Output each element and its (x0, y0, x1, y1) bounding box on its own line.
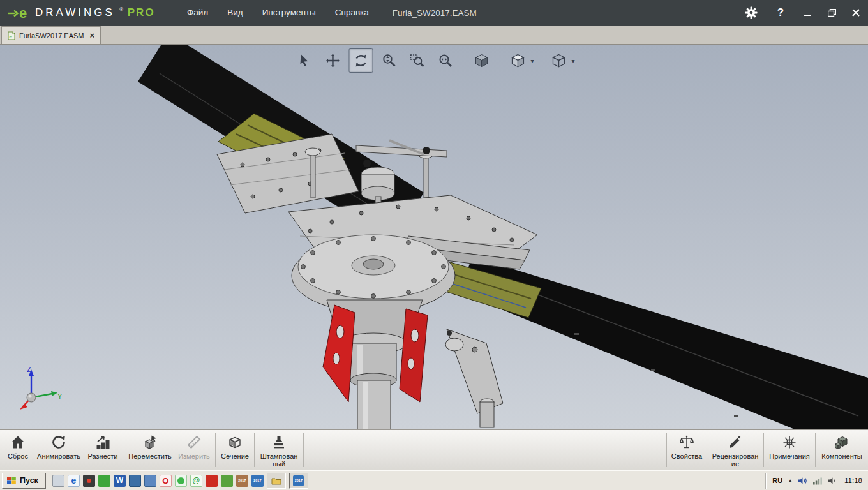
volume-icon[interactable] (798, 477, 807, 485)
help-button[interactable]: ? (766, 0, 795, 26)
clock[interactable]: 11:18 (842, 477, 862, 484)
section-button[interactable]: Сечение (217, 430, 253, 470)
tab-label: FuriaSW2017.EASM (19, 32, 84, 40)
scales-icon (679, 434, 694, 450)
edrawings-2017-blue-icon[interactable]: 2017 (251, 475, 264, 487)
language-indicator[interactable]: RU (772, 477, 782, 484)
open-window-edrawings-button[interactable]: 2017 (289, 473, 308, 489)
properties-button[interactable]: Свойства (668, 430, 705, 470)
tool-zoom-fit[interactable] (433, 48, 457, 73)
toolbar-separator (666, 433, 667, 467)
bottom-toolbar-left: Сброс Анимировать (1, 430, 305, 470)
blue-app-icon-2[interactable] (144, 475, 156, 487)
restore-button[interactable] (819, 0, 844, 26)
restore-icon (828, 9, 836, 17)
properties-label: Свойства (671, 452, 702, 460)
edrawings-window: e DRAWINGS® PRO Файл Вид Инструменты Спр… (0, 0, 868, 490)
view-orientation-dropdown-icon[interactable]: ▾ (530, 57, 534, 64)
folder-icon (271, 477, 281, 485)
red-app-icon[interactable] (206, 475, 218, 487)
titlebar-right: ? (737, 0, 868, 26)
measure-label: Измерить (178, 452, 210, 460)
zoom-area-icon (409, 53, 424, 68)
tool-shaded-view[interactable] (469, 48, 493, 73)
menu-file[interactable]: Файл (177, 0, 218, 26)
tray-expand-icon[interactable]: ▲ (788, 478, 793, 484)
green-app-icon[interactable] (98, 475, 110, 487)
tool-zoom-area[interactable] (405, 48, 429, 73)
tool-view-orientation[interactable] (505, 48, 530, 73)
svg-text:e: e (19, 5, 27, 20)
minimize-icon (804, 9, 811, 17)
green-circle-app-icon[interactable] (175, 475, 187, 487)
components-button[interactable]: Компоненты (817, 430, 867, 470)
edrawings-window-icon: 2017 (293, 475, 304, 486)
open-window-folder-button[interactable] (267, 473, 286, 489)
menu-view[interactable]: Вид (218, 0, 252, 26)
measure-button[interactable]: Измерить (174, 430, 214, 470)
home-icon (10, 434, 26, 450)
rotate-icon (353, 53, 368, 68)
view-toolbar: ▾ ▾ (290, 48, 577, 73)
close-icon (852, 9, 860, 17)
toolbar-separator (124, 433, 124, 467)
stamped-label: Штампованный (258, 452, 299, 468)
move-label: Переместить (128, 452, 171, 460)
shaded-cube-icon (474, 53, 489, 68)
pencil-icon (728, 434, 743, 450)
menu-tools[interactable]: Инструменты (253, 0, 326, 26)
animate-icon (51, 434, 66, 450)
settings-gear-icon[interactable] (737, 0, 766, 26)
edrawings-2017-icon[interactable]: 2017 (236, 475, 248, 487)
green-app-icon-2[interactable] (221, 475, 233, 487)
tool-zoom[interactable] (377, 48, 401, 73)
mail-client-icon[interactable]: @ (190, 475, 202, 487)
crosshair-icon (782, 434, 797, 450)
show-desktop-icon[interactable] (52, 475, 64, 487)
tool-pan[interactable] (320, 48, 345, 73)
opera-icon[interactable]: O (160, 475, 172, 487)
blue-app-icon[interactable] (129, 475, 141, 487)
pan-icon (325, 53, 340, 68)
explode-button[interactable]: Разнести (83, 430, 123, 470)
start-button[interactable]: Пуск (2, 473, 46, 489)
logo-pro-text: PRO (128, 6, 155, 19)
logo-reg-mark: ® (119, 6, 123, 12)
word-icon[interactable]: W (114, 475, 126, 487)
speaker-icon[interactable] (828, 477, 837, 485)
tool-rotate[interactable] (348, 48, 373, 73)
quick-launch: e W O @ 2017 2017 2017 (52, 473, 308, 489)
internet-explorer-icon[interactable]: e (68, 475, 80, 487)
explode-label: Разнести (88, 452, 118, 460)
network-signal-icon[interactable] (812, 477, 823, 485)
toolbar-separator (303, 433, 304, 467)
markup-label: Примечания (769, 452, 810, 460)
reset-button[interactable]: Сброс (1, 430, 34, 470)
stamped-button[interactable]: Штампованный (256, 430, 302, 470)
close-button[interactable] (844, 0, 868, 26)
select-cursor-icon (297, 53, 312, 68)
model-viewport[interactable]: ▾ ▾ Z Y (0, 45, 868, 429)
help-icon: ? (777, 6, 784, 19)
system-tray: RU ▲ 11:18 (765, 473, 866, 489)
tool-standard-views[interactable] (547, 48, 571, 73)
move-component-icon (142, 434, 158, 450)
triad-y-label: Y (57, 392, 63, 400)
components-label: Компоненты (821, 452, 862, 460)
media-player-icon[interactable] (83, 475, 95, 487)
tool-select[interactable] (292, 48, 317, 73)
standard-views-dropdown-icon[interactable]: ▾ (572, 57, 575, 64)
minimize-button[interactable] (795, 0, 819, 26)
document-title: Furia_SW2017.EASM (393, 8, 477, 18)
toolbar-separator (763, 433, 764, 467)
markup-button[interactable]: Примечания (765, 430, 814, 470)
components-icon (834, 434, 849, 450)
move-button[interactable]: Переместить (126, 430, 174, 470)
menu-help[interactable]: Справка (326, 0, 378, 26)
tab-furiasw2017[interactable]: e FuriaSW2017.EASM × (1, 26, 101, 44)
review-button[interactable]: Рецензирование (708, 430, 762, 470)
rotor-head-model (0, 45, 868, 429)
animate-button[interactable]: Анимировать (34, 430, 83, 470)
review-label: Рецензирование (711, 452, 760, 468)
tab-close-icon[interactable]: × (87, 31, 94, 40)
